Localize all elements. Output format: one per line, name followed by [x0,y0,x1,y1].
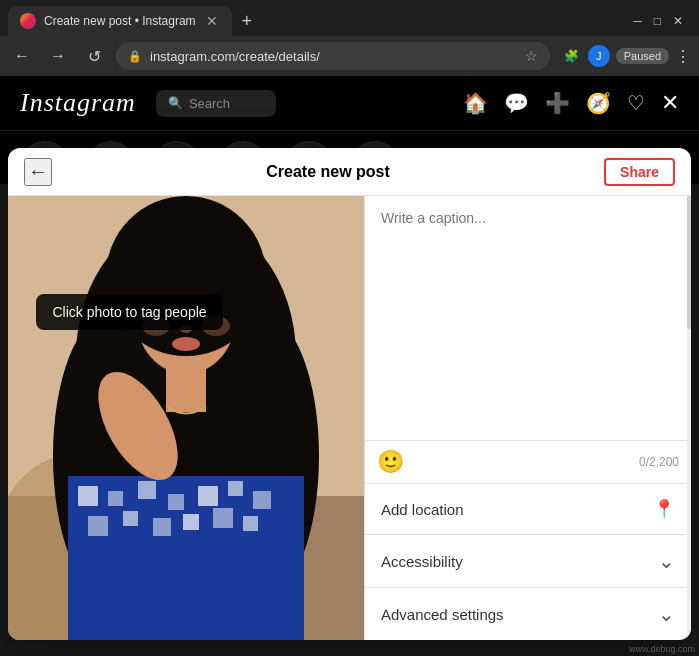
paused-badge[interactable]: Paused [616,48,669,64]
instagram-logo: Instagram [20,88,136,118]
svg-point-30 [172,337,200,351]
svg-rect-14 [168,494,184,510]
modal-body: Click photo to tag people 🙂 0/2,200 Add … [8,196,691,640]
refresh-button[interactable]: ↺ [80,42,108,70]
scrollbar[interactable] [687,196,691,640]
svg-rect-13 [138,481,156,499]
caption-section: 🙂 0/2,200 Add location 📍 Accessibility ⌄… [364,196,691,640]
svg-rect-16 [228,481,243,496]
extensions-area: 🧩 J Paused ⋮ [562,45,691,67]
close-button[interactable]: ✕ [673,14,683,28]
svg-point-28 [202,307,206,311]
url-text: instagram.com/create/details/ [150,49,517,64]
caption-footer: 🙂 0/2,200 [365,440,691,483]
svg-rect-12 [108,491,123,506]
svg-point-26 [194,306,210,316]
advanced-settings-chevron-icon: ⌄ [658,602,675,626]
ig-messenger-icon[interactable]: 💬 [504,91,529,115]
ig-close-icon[interactable]: ✕ [661,90,679,116]
location-icon: 📍 [653,498,675,520]
svg-point-27 [170,307,174,311]
lock-icon: 🔒 [128,50,142,63]
caption-input[interactable] [365,196,691,440]
new-tab-button[interactable]: + [236,11,259,32]
window-controls: ─ □ ✕ [633,14,691,28]
address-bar-icons: ☆ [525,48,538,64]
ig-nav-icons: 🏠 💬 ➕ 🧭 ♡ ✕ [463,90,679,116]
minimize-button[interactable]: ─ [633,14,642,28]
maximize-button[interactable]: □ [654,14,661,28]
svg-rect-15 [198,486,218,506]
modal-title: Create new post [52,163,604,181]
watermark: www.debug.com [629,644,695,654]
tab-close-button[interactable]: ✕ [204,13,220,29]
add-location-row[interactable]: Add location 📍 [365,483,691,534]
svg-rect-22 [213,508,233,528]
emoji-button[interactable]: 🙂 [377,449,404,475]
svg-rect-17 [253,491,271,509]
tab-favicon [20,13,36,29]
ig-new-post-icon[interactable]: ➕ [545,91,570,115]
accessibility-chevron-icon: ⌄ [658,549,675,573]
char-count: 0/2,200 [639,455,679,469]
ig-search-bar[interactable]: 🔍 Search [156,90,276,117]
accessibility-label: Accessibility [381,553,658,570]
forward-button[interactable]: → [44,42,72,70]
svg-rect-20 [153,518,171,536]
svg-rect-21 [183,514,199,530]
svg-point-25 [162,306,178,316]
star-icon[interactable]: ☆ [525,48,538,64]
svg-point-29 [180,325,192,333]
address-bar-row: ← → ↺ 🔒 instagram.com/create/details/ ☆ … [0,36,699,76]
add-location-label: Add location [381,501,653,518]
svg-rect-19 [123,511,138,526]
browser-menu-icon[interactable]: ⋮ [675,47,691,66]
photo-image [8,196,364,640]
tab-bar: Create new post • Instagram ✕ + ─ □ ✕ [0,0,699,36]
svg-rect-11 [78,486,98,506]
modal-header: ← Create new post Share [8,148,691,196]
ig-header: Instagram 🔍 Search 🏠 💬 ➕ 🧭 ♡ ✕ [0,76,699,131]
extension-puzzle-icon[interactable]: 🧩 [562,46,582,66]
photo-background: Click photo to tag people [8,196,364,640]
photo-section[interactable]: Click photo to tag people [8,196,364,640]
profile-badge[interactable]: J [588,45,610,67]
browser-chrome: Create new post • Instagram ✕ + ─ □ ✕ ← … [0,0,699,76]
advanced-settings-label: Advanced settings [381,606,658,623]
scrollbar-thumb[interactable] [687,196,691,329]
back-button[interactable]: ← [24,158,52,186]
share-button[interactable]: Share [604,158,675,186]
ig-home-icon[interactable]: 🏠 [463,91,488,115]
back-button[interactable]: ← [8,42,36,70]
svg-rect-23 [243,516,258,531]
ig-heart-icon[interactable]: ♡ [627,91,645,115]
svg-rect-18 [88,516,108,536]
svg-point-32 [202,316,230,336]
tab-title: Create new post • Instagram [44,14,196,28]
svg-rect-6 [166,362,206,412]
create-post-modal: ← Create new post Share [8,148,691,640]
ig-explore-icon[interactable]: 🧭 [586,91,611,115]
svg-point-31 [142,316,170,336]
active-tab[interactable]: Create new post • Instagram ✕ [8,6,232,36]
advanced-settings-row[interactable]: Advanced settings ⌄ [365,587,691,640]
address-bar[interactable]: 🔒 instagram.com/create/details/ ☆ [116,42,550,70]
accessibility-row[interactable]: Accessibility ⌄ [365,534,691,587]
ig-search-placeholder: Search [189,96,230,111]
